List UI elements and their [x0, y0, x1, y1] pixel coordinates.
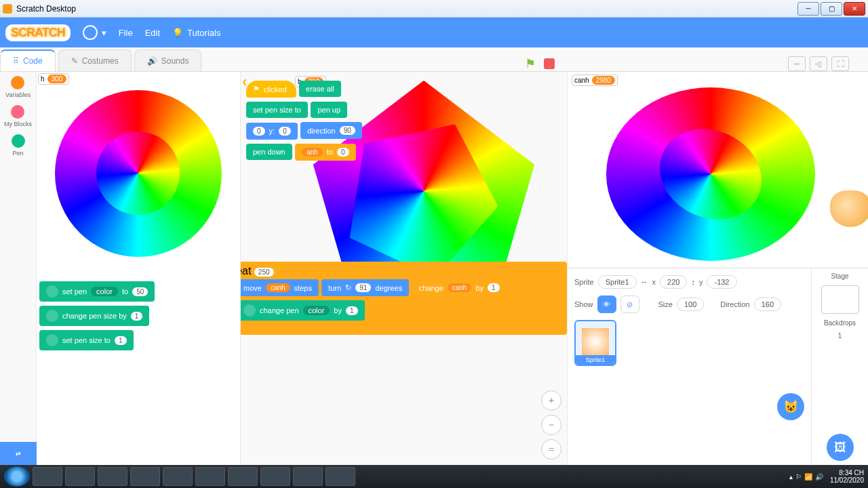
block-change-pen-size[interactable]: change pen size by 1 — [39, 306, 149, 326]
taskbar-snipping[interactable] — [326, 467, 355, 486]
stop-button[interactable] — [544, 58, 555, 69]
sprite-label: Sprite — [574, 278, 594, 286]
show-label: Show — [574, 300, 593, 308]
zoom-out-button[interactable]: － — [541, 415, 561, 435]
stage-selector[interactable]: Stage Backdrops 1 🖼 — [811, 268, 868, 465]
stage-view[interactable]: canh 2980 — [568, 72, 868, 268]
block-repeat[interactable]: repeat 250 move canh steps turn ↻ 91 deg… — [240, 262, 567, 335]
block-pen-up[interactable]: pen up — [311, 102, 347, 118]
block-when-flag-clicked[interactable]: ⚑ clicked — [246, 81, 296, 98]
block-change-variable[interactable]: change canh by 1 — [412, 279, 507, 296]
thumbnail-overlay — [43, 79, 233, 268]
xy-icon: ↔ — [641, 278, 648, 286]
taskbar-explorer[interactable] — [33, 467, 62, 486]
add-extension-button[interactable]: ⇄ — [0, 442, 37, 465]
code-icon: ⠿ — [13, 56, 19, 66]
stage-drawing — [592, 76, 829, 268]
stage-thumbnail[interactable] — [821, 285, 859, 314]
sprite-thumbnail — [582, 328, 609, 355]
monitor-name: canh — [574, 77, 589, 84]
tray-volume-icon[interactable]: 🔊 — [815, 473, 823, 481]
windows-taskbar: ▴ ⚐ 📶 🔊 8:34 CH 11/02/2020 — [0, 465, 868, 488]
category-pen-label: Pen — [12, 150, 23, 157]
sprite-name-input[interactable]: Sprite1 — [598, 275, 637, 289]
clock-time: 8:34 CH — [830, 469, 864, 476]
add-sprite-button[interactable]: 😺 — [777, 393, 804, 420]
sprite-size-input[interactable]: 100 — [677, 298, 704, 311]
stage-column: canh 2980 Sprite Sprite1 ↔x 220 ↕y -132 … — [567, 72, 868, 465]
sound-icon: 🔊 — [147, 56, 157, 66]
taskbar-clock[interactable]: 8:34 CH 11/02/2020 — [830, 469, 864, 484]
menu-tutorials[interactable]: 💡 Tutorials — [172, 28, 220, 38]
zoom-controls: ＋ － ＝ — [541, 390, 561, 460]
taskbar-ie[interactable] — [65, 467, 95, 486]
clock-date: 11/02/2020 — [830, 476, 864, 484]
taskbar-app-3[interactable] — [228, 467, 258, 486]
taskbar-app-1[interactable] — [163, 467, 193, 486]
script-workspace[interactable]: h 210 ‹ ⚑ clicked erase all set pen size… — [240, 72, 567, 465]
taskbar-mediaplayer[interactable] — [98, 467, 127, 486]
category-variables[interactable]: Variables — [5, 76, 31, 98]
sprite-card-sprite1[interactable]: Sprite1 — [574, 320, 616, 366]
tab-code-label: Code — [23, 56, 43, 66]
tab-costumes[interactable]: ✎Costumes — [58, 49, 132, 71]
category-myblocks-label: My Blocks — [4, 121, 32, 127]
sprite-direction-input[interactable]: 160 — [754, 298, 781, 311]
sprite-y-input[interactable]: -132 — [707, 275, 736, 289]
tray-network-icon[interactable]: 📶 — [804, 473, 812, 481]
show-button[interactable]: 👁 — [597, 296, 616, 313]
menu-file[interactable]: File — [119, 28, 133, 38]
block-move-steps[interactable]: move canh steps — [240, 279, 319, 296]
taskbar-paint[interactable] — [293, 467, 323, 486]
sprite-x-input[interactable]: 220 — [660, 275, 687, 289]
costume-icon: ✎ — [71, 56, 78, 66]
maximize-button[interactable]: ▢ — [821, 2, 842, 16]
block-change-pen-color[interactable]: change pen color by 1 — [240, 300, 365, 321]
block-set-pen-color[interactable]: set pen color to 50 — [39, 281, 155, 302]
scratch-cat-sprite[interactable] — [830, 190, 868, 227]
direction-label: Direction — [720, 300, 749, 308]
tray-arrow-icon[interactable]: ▴ — [789, 473, 793, 481]
close-button[interactable]: ✕ — [844, 2, 865, 16]
tab-sounds-label: Sounds — [161, 56, 189, 66]
block-point-direction[interactable]: direction 90 — [300, 122, 362, 139]
minimize-button[interactable]: ─ — [797, 2, 819, 16]
tab-sounds[interactable]: 🔊Sounds — [134, 49, 202, 71]
start-button[interactable] — [4, 466, 30, 487]
hide-button[interactable]: ⊘ — [620, 296, 639, 313]
block-set-pen-size-to[interactable]: set pen size to — [246, 102, 308, 118]
block-erase-all[interactable]: erase all — [299, 81, 341, 97]
category-pen[interactable]: Pen — [12, 134, 25, 157]
taskbar-app-2[interactable] — [195, 467, 225, 486]
block-turn-degrees[interactable]: turn ↻ 91 degrees — [321, 279, 409, 296]
taskbar-chrome[interactable] — [130, 467, 160, 486]
tab-code[interactable]: ⠿Code — [0, 49, 56, 71]
pen-icon — [243, 304, 256, 317]
menu-edit[interactable]: Edit — [145, 28, 160, 38]
block-palette[interactable]: h 300 set pen color to 50 change pen siz… — [37, 72, 240, 465]
backdrops-count: 1 — [838, 332, 842, 340]
stage-large-button[interactable]: ▫▯ — [810, 56, 827, 71]
sprite-card-label: Sprite1 — [576, 355, 615, 365]
sprite-panel: Sprite Sprite1 ↔x 220 ↕y -132 Show 👁 ⊘ S… — [568, 268, 868, 465]
block-set-variable[interactable]: anh to 0 — [295, 144, 355, 161]
taskbar-app-4[interactable] — [260, 467, 290, 486]
fullscreen-button[interactable]: ⛶ — [831, 56, 849, 71]
menubar: SCRATCH ▾ File Edit 💡 Tutorials — [0, 18, 868, 47]
tray-flag-icon[interactable]: ⚐ — [795, 473, 802, 481]
stage-small-button[interactable]: ▫▫ — [788, 56, 806, 71]
window-title: Scratch Desktop — [16, 4, 76, 14]
zoom-reset-button[interactable]: ＝ — [541, 439, 561, 460]
add-backdrop-button[interactable]: 🖼 — [827, 434, 854, 461]
block-set-pen-size[interactable]: set pen size to 1 — [39, 330, 134, 350]
language-button[interactable]: ▾ — [83, 25, 106, 40]
zoom-in-button[interactable]: ＋ — [541, 390, 561, 411]
scratch-logo: SCRATCH — [5, 24, 71, 41]
block-pen-down[interactable]: pen down — [246, 144, 292, 160]
category-myblocks[interactable]: My Blocks — [4, 105, 32, 127]
green-flag-button[interactable]: ⚑ — [525, 56, 536, 71]
block-goto-xy[interactable]: 0 y: 0 — [246, 123, 298, 140]
y-icon: ↕ — [691, 278, 695, 286]
stage-label: Stage — [831, 272, 848, 280]
pen-icon — [46, 285, 58, 298]
